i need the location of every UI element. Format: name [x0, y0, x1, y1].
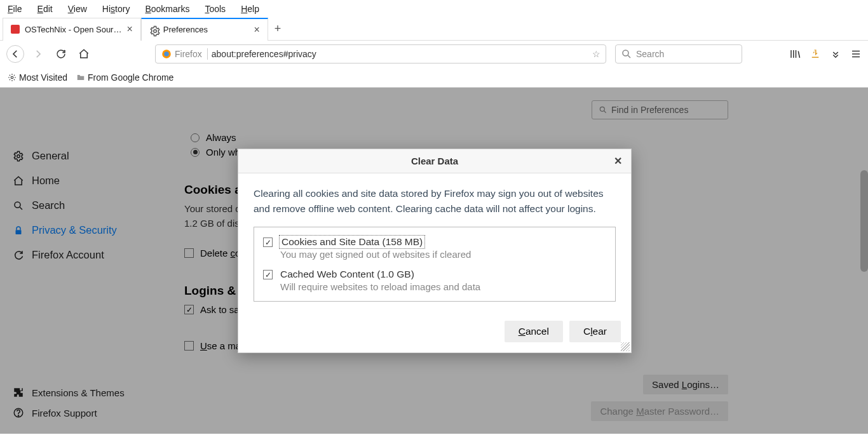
hamburger-icon[interactable] [850, 48, 862, 60]
url-bar[interactable]: Firefox about:preferences#privacy ☆ [155, 44, 606, 64]
identity-label: Firefox [175, 49, 202, 59]
bookmark-label: From Google Chrome [88, 72, 173, 83]
menu-view[interactable]: View [68, 4, 87, 14]
svg-point-5 [11, 76, 13, 79]
menu-bar: File Edit View History Bookmarks Tools H… [0, 0, 868, 18]
favicon-ostechnix [11, 25, 20, 34]
svg-point-2 [164, 51, 169, 57]
bookmark-label: Most Visited [19, 72, 67, 83]
svg-point-0 [154, 29, 157, 32]
checkbox-icon [263, 238, 273, 247]
tab-title: OSTechNix - Open Sour… [25, 25, 121, 34]
svg-point-3 [623, 50, 628, 56]
download-icon[interactable] [810, 48, 821, 60]
tab-strip: OSTechNix - Open Sour… × Preferences × + [0, 18, 868, 41]
option-hint: You may get signed out of websites if cl… [280, 249, 471, 260]
dialog-options: Cookies and Site Data (158 MB) You may g… [254, 227, 616, 302]
close-icon[interactable]: ✕ [614, 155, 622, 167]
dialog-titlebar: Clear Data ✕ [238, 149, 631, 173]
menu-edit[interactable]: Edit [37, 4, 53, 14]
nav-toolbar: Firefox about:preferences#privacy ☆ Sear… [0, 41, 868, 67]
menu-tools[interactable]: Tools [205, 4, 226, 14]
new-tab-button[interactable]: + [275, 22, 281, 36]
reload-button[interactable] [52, 45, 70, 63]
close-icon[interactable]: × [254, 24, 259, 36]
option-label: Cookies and Site Data (158 MB) [280, 236, 424, 248]
dialog-intro: Clearing all cookies and site data store… [254, 186, 616, 217]
dialog-title-text: Clear Data [411, 156, 458, 166]
library-icon[interactable] [789, 48, 801, 60]
search-bar[interactable]: Search [615, 44, 742, 64]
back-button[interactable] [6, 45, 24, 63]
menu-help[interactable]: Help [241, 4, 259, 14]
svg-rect-4 [812, 57, 819, 58]
tab-preferences[interactable]: Preferences × [141, 18, 268, 41]
menu-file[interactable]: File [8, 4, 22, 14]
bookmark-star-icon[interactable]: ☆ [592, 49, 600, 59]
option-hint: Will require websites to reload images a… [280, 281, 480, 292]
url-text: about:preferences#privacy [212, 49, 588, 59]
cancel-button[interactable]: Cancel [505, 321, 563, 342]
forward-button[interactable] [29, 45, 47, 63]
menu-history[interactable]: History [102, 4, 130, 14]
resize-grip[interactable] [621, 342, 630, 351]
clear-data-dialog: Clear Data ✕ Clearing all cookies and si… [238, 149, 632, 353]
search-icon [621, 48, 632, 60]
bookmark-folder-chrome[interactable]: From Google Chrome [76, 72, 173, 83]
close-icon[interactable]: × [126, 23, 132, 35]
content-area: General Home Search Privacy & Security F… [0, 88, 868, 434]
identity-box[interactable]: Firefox [161, 48, 208, 60]
search-placeholder: Search [636, 49, 664, 59]
home-button[interactable] [75, 45, 93, 63]
overflow-icon[interactable] [830, 48, 841, 60]
option-cache[interactable]: Cached Web Content (1.0 GB) Will require… [263, 269, 606, 292]
tab-ostechnix[interactable]: OSTechNix - Open Sour… × [3, 18, 141, 41]
tab-title: Preferences [163, 25, 249, 34]
bookmark-most-visited[interactable]: Most Visited [8, 72, 67, 83]
gear-icon [8, 73, 17, 82]
clear-button[interactable]: Clear [569, 321, 621, 342]
option-cookies[interactable]: Cookies and Site Data (158 MB) You may g… [263, 236, 606, 260]
option-label: Cached Web Content (1.0 GB) [280, 269, 480, 280]
gear-icon [149, 25, 158, 34]
bookmarks-bar: Most Visited From Google Chrome [0, 67, 868, 88]
firefox-icon [161, 48, 172, 60]
checkbox-icon [263, 270, 273, 279]
folder-icon [76, 73, 85, 82]
menu-bookmarks[interactable]: Bookmarks [145, 4, 189, 14]
